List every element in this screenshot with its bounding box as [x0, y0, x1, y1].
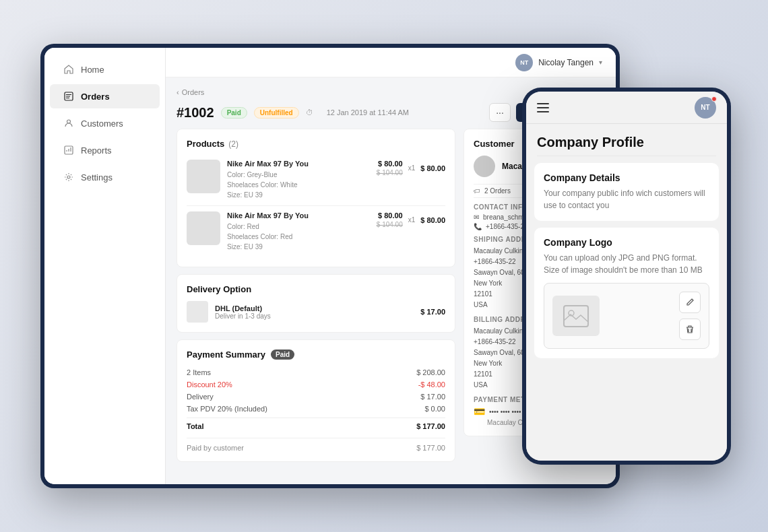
chevron-down-icon: ▾: [599, 59, 602, 66]
sidebar-orders-label: Orders: [81, 92, 110, 102]
notification-dot: [711, 96, 717, 102]
sidebar-home-label: Home: [81, 65, 104, 75]
product-thumbnail: [187, 160, 220, 193]
payment-badge: Paid: [271, 350, 294, 360]
delivery-info: DHL (Default) Deliver in 1-3 days: [215, 304, 414, 320]
order-datetime: 12 Jan 2019 at 11:44 AM: [327, 108, 409, 117]
payment-row-items: 2 Items $ 208.00: [187, 366, 445, 378]
logo-actions: [679, 292, 701, 340]
product-info: Nike Air Max 97 By You Color: Red Shoela…: [227, 211, 370, 252]
mobile-page-title: Company Profile: [526, 124, 727, 156]
company-details-title: Company Details: [544, 172, 709, 183]
payment-row-tax: Tax PDV 20% (Included) $ 0.00: [187, 403, 445, 415]
divider: [537, 156, 716, 156]
product-name: Nike Air Max 97 By You: [227, 160, 370, 168]
paid-by-section: Paid by customer $ 177.00: [187, 438, 445, 452]
svg-point-1: [67, 120, 71, 123]
product-prices: $ 80.00 $ 104.00: [377, 211, 403, 228]
back-arrow-icon: ‹: [177, 88, 179, 96]
card-icon: 💳: [474, 406, 485, 417]
sidebar-item-customers[interactable]: Customers: [50, 111, 160, 135]
user-badge[interactable]: NT Nicolay Tangen ▾: [515, 54, 602, 71]
mobile-header: NT: [526, 92, 727, 124]
sidebar-item-settings[interactable]: Settings: [50, 165, 160, 189]
sidebar-reports-label: Reports: [81, 145, 112, 156]
customers-icon: [63, 118, 74, 129]
email-icon: ✉: [474, 213, 479, 221]
svg-point-3: [67, 176, 70, 178]
product-name: Nike Air Max 97 By You: [227, 211, 370, 220]
delete-logo-button[interactable]: [679, 319, 701, 340]
delivery-name: DHL (Default): [215, 304, 414, 312]
desktop-header: NT Nicolay Tangen ▾: [166, 48, 616, 77]
table-row: Nike Air Max 97 By You Color: Grey-Blue …: [187, 154, 445, 206]
products-header: Products (2): [187, 139, 445, 149]
product-thumbnail: [187, 211, 220, 245]
products-list: Nike Air Max 97 By You Color: Grey-Blue …: [187, 154, 445, 257]
payment-row-discount: Discount 20% -$ 48.00: [187, 378, 445, 391]
phone-icon: 📞: [474, 223, 482, 230]
logo-preview: [552, 296, 600, 336]
logo-upload-area: [544, 283, 709, 349]
left-column: Products (2) Nike Air Max 97 By You: [177, 129, 455, 473]
hamburger-menu-button[interactable]: [537, 103, 549, 112]
payment-rows: 2 Items $ 208.00 Discount 20% -$ 48.00 D…: [187, 366, 445, 432]
product-prices: $ 80.00 $ 104.00: [377, 160, 403, 176]
reports-icon: [63, 145, 74, 156]
more-options-button[interactable]: ···: [489, 103, 511, 122]
delivery-price: $ 17.00: [420, 308, 445, 316]
paid-badge: Paid: [221, 107, 247, 119]
delivery-subtitle: Deliver in 1-3 days: [215, 312, 414, 320]
company-details-text: Your company public info wich customers …: [544, 187, 709, 211]
products-count: (2): [228, 139, 238, 149]
sidebar: Home Orders Customers: [44, 48, 166, 484]
customer-avatar: [474, 156, 495, 177]
mobile-content: Company Profile Company Details Your com…: [526, 124, 727, 461]
company-logo-title: Company Logo: [544, 237, 709, 248]
products-card: Products (2) Nike Air Max 97 By You: [177, 129, 455, 267]
sidebar-customers-label: Customers: [81, 119, 123, 129]
user-name: Nicolay Tangen: [538, 58, 594, 67]
home-icon: [63, 64, 74, 75]
order-number: #1002: [177, 105, 214, 121]
sidebar-settings-label: Settings: [81, 172, 113, 182]
mobile-user-avatar[interactable]: NT: [695, 97, 716, 119]
company-logo-text: You can upload only JPG and PNG format. …: [544, 252, 709, 276]
clock-icon: ⏱: [306, 108, 313, 117]
product-meta: Color: Red Shoelaces Color: Red Size: EU…: [227, 222, 370, 252]
payment-title: Payment Summary: [187, 350, 265, 360]
payment-row-delivery: Delivery $ 17.00: [187, 391, 445, 403]
delivery-card: Delivery Option DHL (Default) Deliver in…: [177, 274, 455, 333]
edit-logo-button[interactable]: [679, 292, 701, 313]
delivery-icon: [187, 301, 208, 323]
orders-icon: [63, 91, 74, 102]
mobile-frame: NT Company Profile Company Details Your …: [522, 88, 731, 465]
svg-rect-4: [564, 306, 588, 327]
products-title: Products: [187, 139, 224, 149]
table-row: Nike Air Max 97 By You Color: Red Shoela…: [187, 206, 445, 257]
company-logo-section: Company Logo You can upload only JPG and…: [534, 228, 719, 358]
delivery-title: Delivery Option: [187, 284, 445, 294]
payment-card: Payment Summary Paid 2 Items $ 208.00 Di…: [177, 339, 455, 462]
sidebar-item-orders[interactable]: Orders: [50, 84, 160, 108]
user-avatar: NT: [515, 54, 533, 71]
orders-icon-sm: 🏷: [474, 187, 480, 195]
product-meta: Color: Grey-Blue Shoelaces Color: White …: [227, 170, 370, 200]
sidebar-item-home[interactable]: Home: [50, 57, 160, 81]
delivery-item: DHL (Default) Deliver in 1-3 days $ 17.0…: [187, 301, 445, 323]
sidebar-item-reports[interactable]: Reports: [50, 138, 160, 162]
payment-row-total: Total $ 177.00: [187, 418, 445, 432]
settings-icon: [63, 172, 74, 182]
product-info: Nike Air Max 97 By You Color: Grey-Blue …: [227, 160, 370, 200]
company-details-section: Company Details Your company public info…: [534, 163, 719, 221]
unfulfilled-badge: Unfulfilled: [254, 107, 299, 119]
